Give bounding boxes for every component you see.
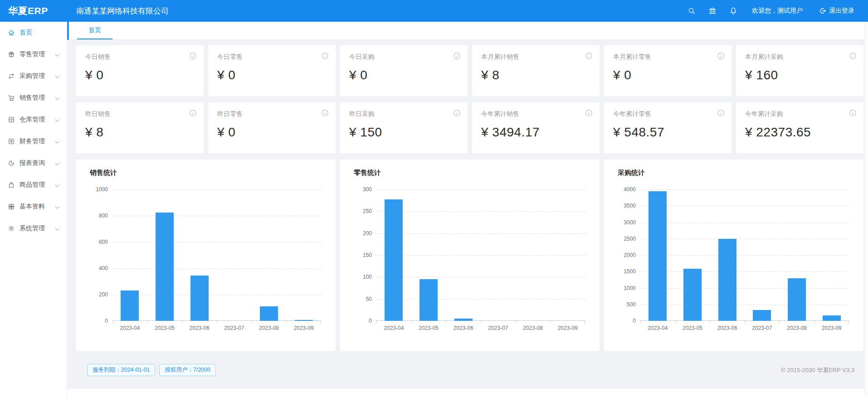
sidebar-item-retail[interactable]: 零售管理 <box>0 44 67 65</box>
y-axis: 02004006008001000 <box>90 189 112 321</box>
stat-card-today-purchase: 今日采购 ¥ 0 <box>340 45 468 96</box>
gift-icon <box>8 51 15 58</box>
sidebar: 首页 零售管理 采购管理 销售管理 仓库管理 财务管理 <box>0 22 67 397</box>
info-icon[interactable] <box>849 109 857 117</box>
chevron-down-icon <box>55 139 59 143</box>
info-icon[interactable] <box>585 109 593 117</box>
sidebar-item-label: 零售管理 <box>20 50 45 58</box>
app-logo: 华夏ERP <box>0 5 67 17</box>
stat-card-month-retail: 本月累计零售 ¥ 0 <box>604 45 731 96</box>
bar <box>753 310 771 321</box>
footer: 服务到期：2024-01-01 授权用户：7/2000 © 2015-2030 … <box>87 364 854 376</box>
plot-area: 2023-042023-052023-062023-072023-082023-… <box>376 189 585 321</box>
sidebar-item-label: 采购管理 <box>20 72 45 80</box>
logout-label: 退出登录 <box>829 7 854 15</box>
sidebar-item-warehouse[interactable]: 仓库管理 <box>0 109 67 131</box>
x-axis-labels: 2023-042023-052023-062023-072023-082023-… <box>376 325 585 331</box>
bar <box>683 269 702 321</box>
sidebar-item-basic-data[interactable]: 基本资料 <box>0 196 67 218</box>
info-icon[interactable] <box>453 52 461 60</box>
cart-icon <box>8 94 15 102</box>
finance-icon <box>8 138 15 145</box>
chevron-down-icon <box>55 226 59 230</box>
sidebar-item-label: 商品管理 <box>20 181 45 189</box>
sidebar-item-system[interactable]: 系统管理 <box>0 218 67 239</box>
tab-accent-bar <box>67 22 69 40</box>
chevron-down-icon <box>55 117 59 121</box>
copyright-text: © 2015-2030 华夏ERP V3.3 <box>781 366 854 374</box>
y-axis: 05001000150020002500300035004000 <box>618 189 640 321</box>
chevron-down-icon <box>55 182 59 187</box>
stat-card-month-sales: 本月累计销售 ¥ 8 <box>472 45 600 96</box>
chevron-down-icon <box>55 160 59 165</box>
bar <box>385 199 403 321</box>
stat-cards-grid: 今日销售 ¥ 0 今日零售 ¥ 0 今日采购 ¥ 0 本月累计销售 ¥ 8 本月… <box>76 45 863 153</box>
stat-card-year-sales: 今年累计销售 ¥ 3494.17 <box>472 102 600 153</box>
chart-title: 零售统计 <box>340 160 600 177</box>
sidebar-item-products[interactable]: 商品管理 <box>0 174 67 196</box>
stat-card-today-retail: 今日零售 ¥ 0 <box>208 45 336 96</box>
chart-card-purchase: 采购统计 05001000150020002500300035004000 20… <box>604 160 863 351</box>
sidebar-item-label: 仓库管理 <box>20 116 45 124</box>
bar <box>190 276 209 321</box>
info-icon[interactable] <box>717 109 725 117</box>
info-icon[interactable] <box>189 52 197 60</box>
sidebar-item-purchase[interactable]: 采购管理 <box>0 65 67 87</box>
sidebar-item-reports[interactable]: 报表查询 <box>0 152 67 174</box>
info-icon[interactable] <box>321 109 329 117</box>
licensed-users-badge: 授权用户：7/2000 <box>159 364 216 376</box>
info-icon[interactable] <box>321 52 329 60</box>
swap-icon <box>8 73 15 80</box>
info-icon[interactable] <box>585 52 593 60</box>
company-name: 南通某某网络科技有限公司 <box>67 6 169 16</box>
chart-title: 销售统计 <box>76 160 336 177</box>
bag-icon <box>8 181 15 189</box>
bar <box>718 239 736 321</box>
chevron-down-icon <box>55 204 59 208</box>
gear-icon <box>8 225 15 232</box>
plot-area: 2023-042023-052023-062023-072023-082023-… <box>640 189 849 321</box>
chart-card-retail: 零售统计 050100150200250300 2023-042023-0520… <box>340 160 600 351</box>
warehouse-icon <box>8 116 15 123</box>
stat-card-year-purchase: 今年累计采购 ¥ 22373.65 <box>736 102 863 153</box>
sidebar-item-label: 系统管理 <box>20 224 45 232</box>
bell-icon[interactable] <box>729 7 737 15</box>
bar <box>419 279 438 321</box>
tab-home[interactable]: 首页 <box>77 22 112 39</box>
pie-chart-icon <box>8 160 15 167</box>
bank-icon[interactable] <box>708 7 717 15</box>
info-icon[interactable] <box>189 109 197 117</box>
stat-card-yesterday-sales: 昨日销售 ¥ 8 <box>76 102 204 153</box>
info-icon[interactable] <box>849 52 857 60</box>
logout-button[interactable]: 退出登录 <box>819 7 854 15</box>
x-axis-labels: 2023-042023-052023-062023-072023-082023-… <box>112 325 321 331</box>
chart-title: 采购统计 <box>604 160 863 177</box>
chevron-down-icon <box>55 95 59 100</box>
sidebar-item-home[interactable]: 首页 <box>0 22 67 44</box>
sidebar-item-sales[interactable]: 销售管理 <box>0 87 67 109</box>
stat-card-year-retail: 今年累计零售 ¥ 548.57 <box>604 102 731 153</box>
info-icon[interactable] <box>453 109 461 117</box>
app-header: 华夏ERP 南通某某网络科技有限公司 欢迎您，测试用户 退出登录 <box>0 0 868 22</box>
bar <box>788 278 806 321</box>
retail-bar-chart: 050100150200250300 2023-042023-052023-06… <box>354 189 586 321</box>
chevron-down-icon <box>55 73 59 78</box>
scrollbar[interactable] <box>864 22 868 397</box>
charts-row: 销售统计 02004006008001000 2023-042023-05202… <box>76 160 863 351</box>
search-icon[interactable] <box>688 7 696 15</box>
sidebar-item-label: 财务管理 <box>20 137 45 145</box>
tab-bar: 首页 <box>67 22 868 40</box>
logout-icon <box>819 7 826 15</box>
sidebar-item-label: 首页 <box>20 29 32 37</box>
sales-bar-chart: 02004006008001000 2023-042023-052023-062… <box>90 189 322 321</box>
grid-icon <box>8 203 15 210</box>
x-axis-labels: 2023-042023-052023-062023-072023-082023-… <box>640 325 849 331</box>
bar <box>121 290 139 321</box>
bar <box>823 315 841 321</box>
info-icon[interactable] <box>717 52 725 60</box>
plot-area: 2023-042023-052023-062023-072023-082023-… <box>112 189 321 321</box>
service-expiry-badge: 服务到期：2024-01-01 <box>87 364 155 376</box>
sidebar-item-finance[interactable]: 财务管理 <box>0 131 67 152</box>
bar <box>156 213 174 321</box>
bar <box>649 191 667 321</box>
